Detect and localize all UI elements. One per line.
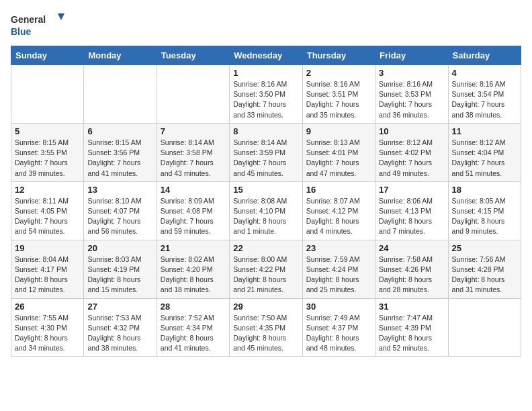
day-info: Sunrise: 7:50 AM Sunset: 4:35 PM Dayligh… (233, 313, 298, 354)
calendar-cell: 19Sunrise: 8:04 AM Sunset: 4:17 PM Dayli… (11, 240, 84, 298)
day-info: Sunrise: 7:53 AM Sunset: 4:32 PM Dayligh… (87, 313, 152, 354)
day-number: 26 (15, 302, 80, 312)
calendar-cell: 22Sunrise: 8:00 AM Sunset: 4:22 PM Dayli… (230, 240, 302, 298)
calendar-cell: 6Sunrise: 8:15 AM Sunset: 3:56 PM Daylig… (84, 123, 157, 181)
day-info: Sunrise: 7:55 AM Sunset: 4:30 PM Dayligh… (15, 313, 80, 354)
day-number: 1 (233, 68, 298, 78)
calendar-cell: 27Sunrise: 7:53 AM Sunset: 4:32 PM Dayli… (84, 298, 157, 357)
calendar-cell: 11Sunrise: 8:12 AM Sunset: 4:04 PM Dayli… (448, 123, 521, 181)
day-info: Sunrise: 8:08 AM Sunset: 4:10 PM Dayligh… (233, 196, 298, 237)
day-number: 2 (306, 68, 371, 78)
day-number: 19 (15, 243, 80, 253)
day-number: 18 (452, 185, 517, 195)
day-number: 7 (161, 126, 226, 136)
weekday-header-tuesday: Tuesday (157, 46, 229, 65)
day-info: Sunrise: 8:16 AM Sunset: 3:54 PM Dayligh… (452, 79, 517, 120)
day-number: 23 (306, 243, 371, 253)
day-number: 11 (452, 126, 517, 136)
day-info: Sunrise: 7:49 AM Sunset: 4:37 PM Dayligh… (306, 313, 371, 354)
day-info: Sunrise: 8:09 AM Sunset: 4:08 PM Dayligh… (161, 196, 226, 237)
day-info: Sunrise: 8:16 AM Sunset: 3:53 PM Dayligh… (379, 79, 444, 120)
calendar-cell: 14Sunrise: 8:09 AM Sunset: 4:08 PM Dayli… (157, 181, 229, 240)
calendar-cell: 17Sunrise: 8:06 AM Sunset: 4:13 PM Dayli… (375, 181, 448, 240)
day-info: Sunrise: 8:06 AM Sunset: 4:13 PM Dayligh… (379, 196, 444, 237)
day-number: 29 (233, 302, 298, 312)
calendar-week-4: 19Sunrise: 8:04 AM Sunset: 4:17 PM Dayli… (11, 240, 521, 298)
day-info: Sunrise: 8:15 AM Sunset: 3:56 PM Dayligh… (87, 138, 152, 179)
weekday-header-thursday: Thursday (302, 46, 375, 65)
calendar-cell: 13Sunrise: 8:10 AM Sunset: 4:07 PM Dayli… (84, 181, 157, 240)
weekday-header-sunday: Sunday (11, 46, 84, 65)
day-number: 31 (379, 302, 444, 312)
calendar-cell: 21Sunrise: 8:02 AM Sunset: 4:20 PM Dayli… (157, 240, 229, 298)
calendar-cell: 12Sunrise: 8:11 AM Sunset: 4:05 PM Dayli… (11, 181, 84, 240)
day-info: Sunrise: 8:12 AM Sunset: 4:04 PM Dayligh… (452, 138, 517, 179)
svg-text:Blue: Blue (11, 26, 32, 37)
calendar-cell: 30Sunrise: 7:49 AM Sunset: 4:37 PM Dayli… (302, 298, 375, 357)
weekday-header-monday: Monday (84, 46, 157, 65)
day-info: Sunrise: 8:11 AM Sunset: 4:05 PM Dayligh… (15, 196, 80, 237)
day-number: 6 (87, 126, 152, 136)
day-info: Sunrise: 8:10 AM Sunset: 4:07 PM Dayligh… (87, 196, 152, 237)
day-info: Sunrise: 8:07 AM Sunset: 4:12 PM Dayligh… (306, 196, 371, 237)
svg-text:General: General (11, 14, 46, 25)
day-info: Sunrise: 7:58 AM Sunset: 4:26 PM Dayligh… (379, 255, 444, 295)
calendar-cell: 16Sunrise: 8:07 AM Sunset: 4:12 PM Dayli… (302, 181, 375, 240)
day-number: 22 (233, 243, 298, 253)
weekday-header-friday: Friday (375, 46, 448, 65)
calendar-cell (448, 298, 521, 357)
day-info: Sunrise: 8:02 AM Sunset: 4:20 PM Dayligh… (161, 255, 226, 295)
day-number: 9 (306, 126, 371, 136)
calendar-cell: 25Sunrise: 7:56 AM Sunset: 4:28 PM Dayli… (448, 240, 521, 298)
day-info: Sunrise: 8:03 AM Sunset: 4:19 PM Dayligh… (87, 255, 152, 295)
calendar-cell: 24Sunrise: 7:58 AM Sunset: 4:26 PM Dayli… (375, 240, 448, 298)
day-number: 14 (161, 185, 226, 195)
calendar-cell: 23Sunrise: 7:59 AM Sunset: 4:24 PM Dayli… (302, 240, 375, 298)
logo-svg: General Blue (11, 11, 64, 40)
day-info: Sunrise: 8:05 AM Sunset: 4:15 PM Dayligh… (452, 196, 517, 237)
page-header: General Blue (11, 11, 521, 40)
calendar-cell (84, 65, 157, 124)
calendar-cell: 8Sunrise: 8:14 AM Sunset: 3:59 PM Daylig… (230, 123, 302, 181)
calendar-cell: 5Sunrise: 8:15 AM Sunset: 3:55 PM Daylig… (11, 123, 84, 181)
day-number: 4 (452, 68, 517, 78)
calendar-week-2: 5Sunrise: 8:15 AM Sunset: 3:55 PM Daylig… (11, 123, 521, 181)
day-info: Sunrise: 8:00 AM Sunset: 4:22 PM Dayligh… (233, 255, 298, 295)
day-info: Sunrise: 8:16 AM Sunset: 3:50 PM Dayligh… (233, 79, 298, 120)
weekday-header-row: SundayMondayTuesdayWednesdayThursdayFrid… (11, 46, 521, 65)
day-info: Sunrise: 7:52 AM Sunset: 4:34 PM Dayligh… (161, 313, 226, 354)
day-number: 20 (87, 243, 152, 253)
day-number: 12 (15, 185, 80, 195)
day-info: Sunrise: 8:04 AM Sunset: 4:17 PM Dayligh… (15, 255, 80, 295)
day-info: Sunrise: 7:47 AM Sunset: 4:39 PM Dayligh… (379, 313, 444, 354)
calendar-week-5: 26Sunrise: 7:55 AM Sunset: 4:30 PM Dayli… (11, 298, 521, 357)
day-number: 16 (306, 185, 371, 195)
day-info: Sunrise: 7:56 AM Sunset: 4:28 PM Dayligh… (452, 255, 517, 295)
calendar-cell (157, 65, 229, 124)
calendar-week-1: 1Sunrise: 8:16 AM Sunset: 3:50 PM Daylig… (11, 65, 521, 124)
day-number: 3 (379, 68, 444, 78)
calendar-cell: 29Sunrise: 7:50 AM Sunset: 4:35 PM Dayli… (230, 298, 302, 357)
day-number: 30 (306, 302, 371, 312)
calendar-cell: 3Sunrise: 8:16 AM Sunset: 3:53 PM Daylig… (375, 65, 448, 124)
calendar-cell: 18Sunrise: 8:05 AM Sunset: 4:15 PM Dayli… (448, 181, 521, 240)
calendar-cell (11, 65, 84, 124)
day-number: 25 (452, 243, 517, 253)
svg-marker-2 (58, 13, 64, 20)
day-info: Sunrise: 8:13 AM Sunset: 4:01 PM Dayligh… (306, 138, 371, 179)
day-info: Sunrise: 8:14 AM Sunset: 3:59 PM Dayligh… (233, 138, 298, 179)
weekday-header-wednesday: Wednesday (230, 46, 302, 65)
day-number: 24 (379, 243, 444, 253)
day-number: 28 (161, 302, 226, 312)
calendar-cell: 26Sunrise: 7:55 AM Sunset: 4:30 PM Dayli… (11, 298, 84, 357)
calendar-cell: 20Sunrise: 8:03 AM Sunset: 4:19 PM Dayli… (84, 240, 157, 298)
calendar-cell: 28Sunrise: 7:52 AM Sunset: 4:34 PM Dayli… (157, 298, 229, 357)
calendar-cell: 10Sunrise: 8:12 AM Sunset: 4:02 PM Dayli… (375, 123, 448, 181)
day-info: Sunrise: 8:14 AM Sunset: 3:58 PM Dayligh… (161, 138, 226, 179)
day-number: 15 (233, 185, 298, 195)
weekday-header-saturday: Saturday (448, 46, 521, 65)
calendar-table: SundayMondayTuesdayWednesdayThursdayFrid… (11, 46, 521, 357)
calendar-cell: 31Sunrise: 7:47 AM Sunset: 4:39 PM Dayli… (375, 298, 448, 357)
calendar-week-3: 12Sunrise: 8:11 AM Sunset: 4:05 PM Dayli… (11, 181, 521, 240)
day-number: 17 (379, 185, 444, 195)
